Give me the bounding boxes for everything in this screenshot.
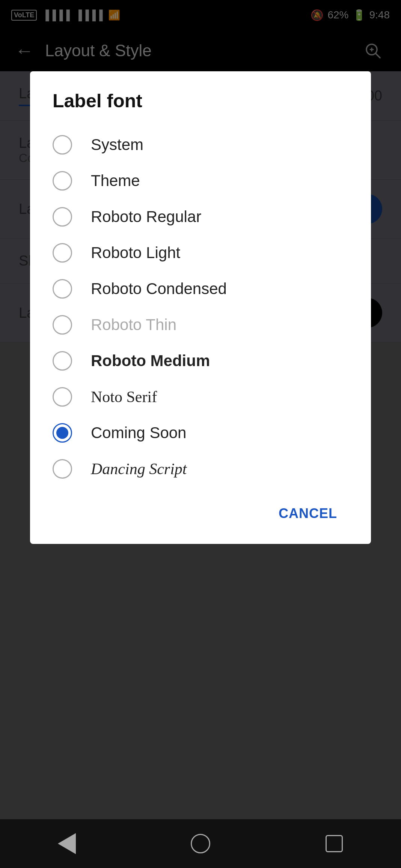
radio-roboto-thin[interactable]: Roboto Thin [53, 307, 348, 343]
radio-label-roboto-light: Roboto Light [91, 244, 180, 262]
radio-circle-roboto-regular [53, 207, 72, 227]
dialog-title: Label font [53, 90, 348, 112]
nav-home-button[interactable] [182, 829, 219, 859]
radio-dancing-script[interactable]: Dancing Script [53, 451, 348, 487]
radio-circle-roboto-medium [53, 351, 72, 371]
radio-label-system: System [91, 136, 143, 154]
dialog-actions: CANCEL [53, 487, 348, 529]
radio-roboto-regular[interactable]: Roboto Regular [53, 199, 348, 235]
radio-system[interactable]: System [53, 127, 348, 163]
radio-label-coming-soon: Coming Soon [91, 424, 186, 442]
radio-label-roboto-medium: Roboto Medium [91, 352, 210, 370]
cancel-button[interactable]: CANCEL [267, 498, 348, 529]
radio-circle-roboto-condensed [53, 279, 72, 299]
back-nav-icon [58, 833, 76, 854]
radio-theme[interactable]: Theme [53, 163, 348, 199]
radio-circle-theme [53, 171, 72, 191]
radio-circle-roboto-light [53, 243, 72, 263]
bottom-nav [0, 819, 401, 868]
nav-recents-button[interactable] [315, 829, 353, 859]
nav-back-button[interactable] [48, 829, 86, 859]
recents-nav-icon [326, 835, 343, 852]
radio-circle-system [53, 135, 72, 155]
radio-label-roboto-thin: Roboto Thin [91, 316, 176, 334]
radio-label-theme: Theme [91, 172, 140, 190]
radio-circle-roboto-thin [53, 315, 72, 335]
radio-roboto-condensed[interactable]: Roboto Condensed [53, 271, 348, 307]
radio-roboto-medium[interactable]: Roboto Medium [53, 343, 348, 379]
radio-label-dancing-script: Dancing Script [91, 460, 187, 478]
radio-label-roboto-regular: Roboto Regular [91, 208, 201, 226]
radio-circle-noto-serif [53, 387, 72, 407]
radio-circle-coming-soon [53, 423, 72, 443]
radio-label-noto-serif: Noto Serif [91, 388, 157, 406]
radio-circle-dancing-script [53, 459, 72, 479]
radio-roboto-light[interactable]: Roboto Light [53, 235, 348, 271]
radio-coming-soon[interactable]: Coming Soon [53, 415, 348, 451]
radio-noto-serif[interactable]: Noto Serif [53, 379, 348, 415]
label-font-dialog: Label font System Theme Roboto Regular R… [30, 71, 371, 544]
home-nav-icon [191, 834, 210, 853]
radio-label-roboto-condensed: Roboto Condensed [91, 280, 227, 298]
